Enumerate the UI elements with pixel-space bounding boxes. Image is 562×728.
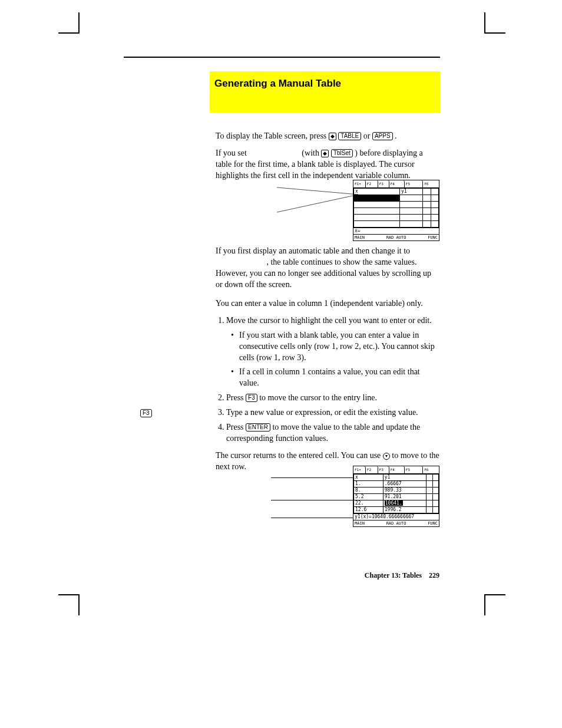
side-label-3: Shows full value of highlighted cell. bbox=[271, 512, 348, 529]
f3-key: F3 bbox=[140, 409, 152, 417]
f3-key: F3 bbox=[246, 394, 257, 402]
diamond-key: ◆ bbox=[321, 150, 329, 157]
down-arrow-icon: ▾ bbox=[383, 453, 390, 460]
svg-line-0 bbox=[277, 187, 358, 195]
side-label-1: Enter values in any numerical order. bbox=[271, 472, 348, 489]
apps-key: APPS bbox=[372, 132, 393, 140]
table-key: TABLE bbox=[338, 132, 361, 140]
section-heading-entering: Entering or Editing an Independent Varia… bbox=[123, 298, 205, 331]
leader-line bbox=[271, 500, 353, 500]
tip-note: Tip: To enter a new value in a cell, you… bbox=[123, 391, 205, 426]
steps-list: Move the cursor to highlight the cell yo… bbox=[216, 315, 439, 444]
section-heading-display: Displaying the Table Screen bbox=[123, 131, 205, 152]
banner-title: Generating a Manual Table bbox=[214, 77, 435, 90]
leader-lines-1 bbox=[277, 182, 359, 235]
intro-para-1: To display the Table screen, press ◆ TAB… bbox=[216, 131, 439, 142]
side-label-2: Enter a new value here. bbox=[271, 494, 348, 502]
diamond-key: ◆ bbox=[329, 133, 336, 140]
intro-para-2: If you set Independent = ASK (with ◆ Tbl… bbox=[216, 148, 439, 182]
leader-line bbox=[271, 518, 353, 518]
after-screen-para: If you first display an automatic table … bbox=[216, 246, 439, 291]
tblset-key: TblSet bbox=[331, 149, 353, 157]
bullet-1: If you start with a blank table, you can… bbox=[239, 330, 439, 364]
step-2: Press F3 to move the cursor to the entry… bbox=[226, 393, 439, 404]
step-4: Press ENTER to move the value to the tab… bbox=[226, 422, 439, 444]
calc-table-2: xy1 1..66667 8.989.33 5.291.201 22.10641… bbox=[353, 474, 439, 513]
step-3: Type a new value or expression, or edit … bbox=[226, 407, 439, 419]
banner: Generating a Manual Table bbox=[210, 71, 440, 113]
entering-intro: You can enter a value in column 1 (indep… bbox=[216, 298, 439, 309]
bullet-2: If a cell in column 1 contains a value, … bbox=[239, 367, 439, 389]
svg-line-1 bbox=[277, 195, 358, 212]
top-rule bbox=[124, 57, 440, 58]
calculator-screen-filled: F1▾ F2 F3 F4 F5 F6 xy1 1..66667 8.989.33… bbox=[353, 466, 439, 527]
enter-key: ENTER bbox=[246, 423, 270, 431]
calc-table: xy1 bbox=[353, 188, 439, 228]
calculator-screen-blank: F1▾ F2 F3 F4 F5 F6 xy1 x= MAIN RAD AUTO … bbox=[353, 180, 439, 241]
step-1: Move the cursor to highlight the cell yo… bbox=[226, 315, 439, 389]
leader-line bbox=[271, 477, 353, 478]
page-footer: Chapter 13: Tables 229 bbox=[216, 571, 439, 580]
